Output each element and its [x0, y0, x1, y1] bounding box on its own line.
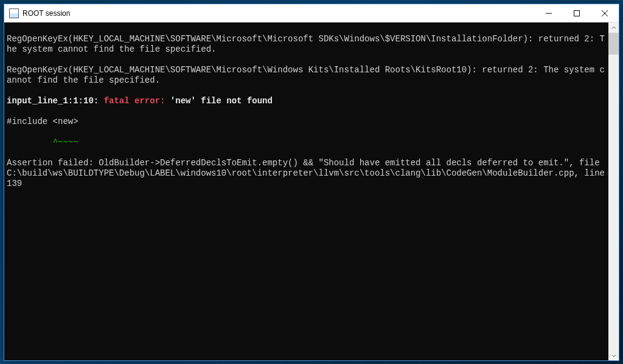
titlebar[interactable]: ROOT session: [4, 4, 619, 22]
window-controls: [535, 4, 619, 22]
console-line: RegOpenKeyEx(HKEY_LOCAL_MACHINE\SOFTWARE…: [7, 65, 608, 86]
console-content: RegOpenKeyEx(HKEY_LOCAL_MACHINE\SOFTWARE…: [7, 24, 608, 359]
scroll-track[interactable]: [608, 33, 619, 350]
caret-pad: [7, 137, 53, 147]
minimize-button[interactable]: [535, 4, 563, 22]
scroll-thumb[interactable]: [608, 33, 619, 55]
maximize-icon: [574, 10, 580, 16]
caret-marker: ^~~~~: [53, 137, 78, 147]
error-message: 'new' file not found: [170, 96, 273, 106]
error-location: input_line_1:1:10:: [7, 96, 104, 106]
console-caret-line: ^~~~~: [7, 137, 608, 148]
scroll-down-button[interactable]: [608, 350, 619, 360]
fatal-error-label: fatal error:: [104, 96, 170, 106]
console-line: Assertion failed: OldBuilder->DeferredDe…: [7, 158, 608, 189]
titlebar-left: ROOT session: [4, 9, 70, 18]
app-icon: [9, 9, 19, 18]
window-title: ROOT session: [23, 9, 70, 18]
console-line: #include <new>: [7, 117, 608, 127]
close-icon: [602, 10, 608, 16]
console-line: input_line_1:1:10: fatal error: 'new' fi…: [7, 96, 608, 106]
chevron-down-icon: [611, 353, 616, 358]
maximize-button[interactable]: [563, 4, 591, 22]
minimize-icon: [546, 10, 552, 16]
console-area[interactable]: RegOpenKeyEx(HKEY_LOCAL_MACHINE\SOFTWARE…: [4, 22, 619, 360]
close-button[interactable]: [591, 4, 619, 22]
svg-rect-1: [574, 10, 580, 16]
app-window: ROOT session RegOpenKeyEx(HKEY_LOCAL_MAC…: [4, 4, 619, 361]
chevron-up-icon: [611, 26, 616, 30]
scrollbar[interactable]: [608, 22, 619, 360]
scroll-up-button[interactable]: [608, 22, 619, 33]
console-line: RegOpenKeyEx(HKEY_LOCAL_MACHINE\SOFTWARE…: [7, 34, 608, 55]
